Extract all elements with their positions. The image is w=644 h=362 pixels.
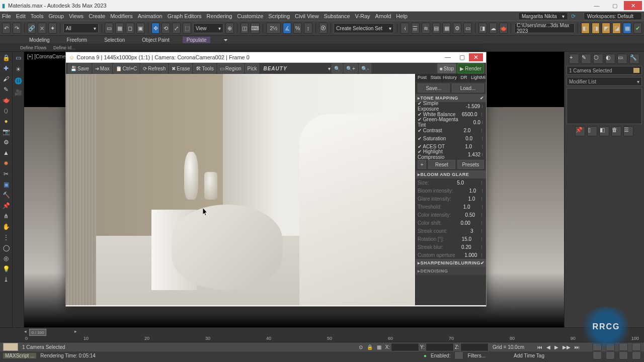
section-denoise[interactable]: ▸ Denoising bbox=[416, 267, 486, 275]
user-chip[interactable]: Margarita Nikita ▾ bbox=[518, 12, 568, 20]
camera2-icon[interactable]: 🎥 bbox=[13, 87, 23, 98]
ref-coord-dropdown[interactable]: View▾ bbox=[193, 23, 223, 33]
menu-vray[interactable]: V-Ray bbox=[355, 13, 370, 19]
play-prev-icon[interactable]: ◀ bbox=[546, 344, 550, 350]
corona-save-preset-button[interactable]: Save... bbox=[418, 83, 450, 93]
menu-edit[interactable]: Edit bbox=[16, 13, 26, 19]
corona-stop-button[interactable]: ■ Stop bbox=[437, 63, 457, 73]
corona-tab-post[interactable]: Post bbox=[416, 74, 429, 82]
nav-max-icon[interactable] bbox=[619, 351, 628, 359]
corona-zoomin-button[interactable]: 🔍+ bbox=[344, 63, 358, 73]
teapot-button[interactable]: 🫖 bbox=[499, 23, 508, 34]
portal-icon[interactable]: ▭ bbox=[13, 53, 23, 63]
maxscript-label[interactable]: MAXScript ... bbox=[3, 353, 36, 358]
lathe-icon[interactable]: ⬯ bbox=[1, 106, 11, 116]
menu-substance[interactable]: Substance bbox=[324, 13, 350, 19]
snap2d-button[interactable]: 2½ bbox=[266, 23, 281, 34]
minimize-button[interactable]: — bbox=[588, 1, 606, 10]
bloom-row[interactable]: Color intensity:0.50⁝ bbox=[416, 211, 486, 219]
corona-tab-dr[interactable]: DR bbox=[457, 74, 471, 82]
rgb-icon[interactable]: ⋮ bbox=[1, 232, 11, 242]
selection-name-field[interactable]: 1 Camera Selected bbox=[567, 66, 642, 75]
menu-modifiers[interactable]: Modifiers bbox=[110, 13, 133, 19]
redo-button[interactable]: ↷ bbox=[13, 23, 21, 34]
keyboard-button[interactable]: ⌨ bbox=[251, 23, 260, 34]
corona-check-button[interactable]: ✔ bbox=[633, 23, 642, 34]
material-editor-button[interactable]: ▦ bbox=[442, 23, 451, 34]
cut-icon[interactable]: ✂ bbox=[1, 169, 11, 179]
settings-icon[interactable]: ⚙ bbox=[1, 137, 11, 147]
sel-lock-icon[interactable]: 🔒 bbox=[1, 53, 11, 63]
spinner-snap-button[interactable]: ↕ bbox=[304, 23, 312, 34]
tone-row[interactable]: ✔ Saturation0.0⁝ bbox=[416, 134, 486, 142]
ribbon-populate[interactable]: Populate bbox=[183, 37, 210, 43]
nav-extents-icon[interactable] bbox=[632, 351, 641, 359]
modifier-stack[interactable] bbox=[567, 88, 642, 124]
brush-icon[interactable]: 🖌 bbox=[1, 74, 11, 84]
create-tab-icon[interactable]: ✚ bbox=[1, 63, 11, 73]
ribbon-selection[interactable]: Selection bbox=[100, 37, 129, 43]
menu-tools[interactable]: Tools bbox=[31, 13, 44, 19]
bloom-row[interactable]: Size:5.0⁝ bbox=[416, 178, 486, 187]
menu-rendering[interactable]: Rendering bbox=[207, 13, 232, 19]
manip-button[interactable]: ◫ bbox=[240, 23, 249, 34]
mirror-button[interactable]: ⦿ bbox=[319, 23, 328, 34]
bloom-row[interactable]: Streak blur:0.20⁝ bbox=[416, 243, 486, 251]
corona-zoomfit-button[interactable]: 🔍 bbox=[332, 63, 343, 73]
corona-cam-button[interactable]: ◨ bbox=[592, 23, 600, 34]
curve-editor-button[interactable]: ≋ bbox=[422, 23, 430, 34]
section-sharpen[interactable]: ▸ Sharpening/Blurring✔ bbox=[416, 259, 486, 267]
timeline-thumb[interactable]: 0 / 100 bbox=[29, 329, 46, 336]
hammer-icon[interactable]: 🔨 bbox=[1, 190, 11, 200]
cp-motion-icon[interactable]: ◐ bbox=[605, 54, 615, 64]
menu-animation[interactable]: Animation bbox=[138, 13, 163, 19]
corona-copy-button[interactable]: 📋 Ctrl+C bbox=[113, 63, 140, 73]
material-sphere-icon[interactable]: ● bbox=[1, 116, 11, 126]
corona-light-button[interactable]: ◩ bbox=[602, 23, 610, 34]
unlink-button[interactable]: ⤫ bbox=[38, 23, 46, 34]
bloom-row[interactable]: Bloom intensity:1.0⁝ bbox=[416, 187, 486, 195]
colorbox-icon[interactable]: ▣ bbox=[1, 179, 11, 190]
terrain-icon[interactable]: ▲ bbox=[1, 148, 11, 158]
rect-select-button[interactable]: ◻ bbox=[126, 23, 134, 34]
viewport[interactable]: [+] [CoronaCamera002... ☺ Corona 9 | 144… bbox=[24, 52, 564, 327]
corona-mat-button[interactable]: ◧ bbox=[581, 23, 590, 34]
ribbon-freeform[interactable]: Freeform bbox=[63, 37, 92, 43]
sync-icon[interactable]: ⟳ bbox=[571, 13, 576, 20]
addtime-label[interactable]: Add Time Tag bbox=[514, 353, 544, 358]
menu-customize[interactable]: Customize bbox=[237, 13, 263, 19]
bloom-row[interactable]: Color shift:0.00⁝ bbox=[416, 219, 486, 227]
menu-arnold[interactable]: Arnold bbox=[375, 13, 391, 19]
isolate-icon[interactable]: ⊙ bbox=[359, 344, 363, 350]
nav-orbit-icon[interactable] bbox=[606, 343, 615, 351]
corona-channel-chevron[interactable]: ▾ bbox=[328, 66, 331, 71]
cp-modify-icon[interactable]: ✎ bbox=[581, 54, 591, 64]
corona-tab-lightmix[interactable]: LightMi bbox=[471, 74, 486, 82]
ribbon-modeling[interactable]: Modeling bbox=[25, 37, 54, 43]
corona-zoomout-button[interactable]: 🔍- bbox=[359, 63, 371, 73]
bind-button[interactable]: ✦ bbox=[48, 23, 57, 34]
x-input[interactable] bbox=[391, 343, 419, 351]
menu-grapheditors[interactable]: Graph Editors bbox=[168, 13, 202, 19]
subribbon-flows[interactable]: Define Flows bbox=[20, 45, 46, 50]
close-button[interactable]: ✕ bbox=[624, 1, 642, 10]
link-button[interactable]: 🔗 bbox=[27, 23, 36, 34]
sphere-icon[interactable]: ◯ bbox=[1, 243, 11, 253]
ribbon-objectpaint[interactable]: Object Paint bbox=[138, 37, 173, 43]
bloom-row[interactable]: Custom aperture1.000⁝ bbox=[416, 251, 486, 259]
stack-unique-icon[interactable]: ◧ bbox=[599, 126, 609, 136]
placement-button[interactable]: ⬚ bbox=[183, 23, 191, 34]
menu-help[interactable]: Help bbox=[396, 13, 408, 19]
bipod-icon[interactable]: ⋔ bbox=[1, 211, 11, 221]
corona-tab-history[interactable]: History bbox=[443, 74, 457, 82]
sun-icon[interactable]: ☀ bbox=[13, 64, 23, 74]
project-path[interactable]: C:\Users\mar...3ds Max 2023 bbox=[514, 23, 575, 33]
stack-pin-icon[interactable]: 📌 bbox=[575, 126, 585, 136]
render-frame-button[interactable]: ▭ bbox=[463, 23, 472, 34]
explode-icon[interactable]: ✸ bbox=[1, 158, 11, 168]
eyedrop-icon[interactable]: ✎ bbox=[1, 84, 11, 95]
light-icon[interactable]: 💡 bbox=[1, 264, 11, 274]
bloom-row[interactable]: Streak count:3⁝ bbox=[416, 227, 486, 235]
stack-show-icon[interactable]: ▯ bbox=[587, 126, 597, 136]
workspace-chip[interactable]: Workspaces: Default bbox=[584, 12, 642, 20]
